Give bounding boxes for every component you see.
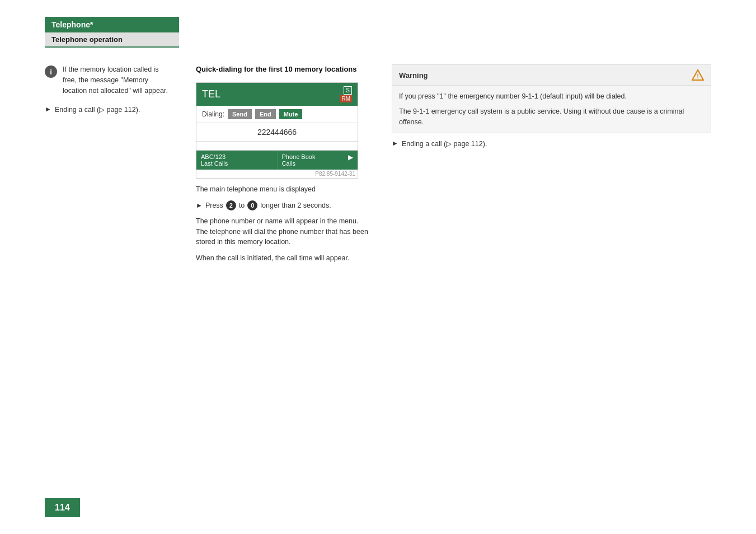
phone-spacer <box>196 142 358 151</box>
phone-header: TEL S RM <box>196 83 358 106</box>
warning-text-1: If you press "1" the emergency number 9-… <box>399 91 704 102</box>
right-bullet-item: ► Ending a call (▷ page 112). <box>392 139 711 149</box>
page-subtitle: Telephone operation <box>51 35 123 44</box>
footer-abc123: ABC/123 <box>201 153 273 160</box>
warning-title: Warning <box>399 71 428 79</box>
left-bullet-text: Ending a call (▷ page 112). <box>55 105 140 115</box>
right-bullet-pageref: ▷ page 112). <box>446 140 487 148</box>
phone-indicators: S RM <box>340 86 352 102</box>
right-bullet-arrow-icon: ► <box>392 139 398 147</box>
phone-footer-left: ABC/123 Last Calls <box>196 151 278 170</box>
svg-text:!: ! <box>697 73 699 79</box>
phone-footer: ABC/123 Last Calls Phone Book Calls ▶ <box>196 151 358 170</box>
bullet-arrow-icon: ► <box>45 105 51 113</box>
info-box: i If the memory location called is free,… <box>45 64 173 96</box>
indent-text-2: When the call is initiated, the call tim… <box>196 253 369 264</box>
header-section: Telephone* Telephone operation <box>0 0 756 48</box>
phone-ui: TEL S RM Dialing: Send End Mute 22244466… <box>196 82 358 179</box>
title-bar: Telephone* <box>45 17 179 32</box>
warning-text-2: The 9-1-1 emergency call system is a pub… <box>399 106 704 128</box>
mute-button[interactable]: Mute <box>279 109 303 119</box>
footer-arrow-icon: ▶ <box>348 153 353 161</box>
main-menu-text: The main telephone menu is displayed <box>196 184 369 195</box>
warning-header: Warning ! <box>392 65 711 86</box>
warning-triangle-icon: ! <box>692 69 704 81</box>
press-prefix: Press <box>205 202 223 209</box>
left-bullet-prefix: Ending a call ( <box>55 106 99 114</box>
middle-column: Quick-dialing for the first 10 memory lo… <box>196 64 369 264</box>
press-to: to <box>239 202 245 209</box>
phone-number-display: 222444666 <box>196 123 358 142</box>
section-title: Quick-dialing for the first 10 memory lo… <box>196 64 369 74</box>
page-container: Telephone* Telephone operation i If the … <box>0 0 756 534</box>
dialing-label: Dialing: <box>202 110 224 118</box>
indicator-rm: RM <box>340 95 352 102</box>
page-number: 114 <box>45 498 80 517</box>
page-title: Telephone* <box>51 20 93 29</box>
content-area: i If the memory location called is free,… <box>0 48 756 264</box>
page-number-box: 114 <box>45 498 80 517</box>
info-icon: i <box>45 65 57 78</box>
num-badge-2: 2 <box>226 200 236 210</box>
footer-phone-book: Phone Book <box>282 153 316 160</box>
footer-calls: Calls <box>282 160 316 167</box>
warning-body: If you press "1" the emergency number 9-… <box>392 86 711 133</box>
end-button[interactable]: End <box>255 109 276 119</box>
right-bullet-prefix: Ending a call ( <box>402 140 446 148</box>
warning-box: Warning ! If you press "1" the emergency… <box>392 64 711 133</box>
left-bullet-pageref: ▷ page 112). <box>99 106 140 114</box>
press-suffix: longer than 2 seconds. <box>260 202 331 209</box>
indicator-s: S <box>344 86 352 95</box>
indent-text-1: The phone number or name will appear in … <box>196 216 369 247</box>
subtitle-bar: Telephone operation <box>45 32 179 48</box>
phone-footer-right: Phone Book Calls ▶ <box>278 151 358 170</box>
press-bullet-arrow: ► <box>196 202 203 209</box>
info-text: If the memory location called is free, t… <box>63 64 173 96</box>
right-column: Warning ! If you press "1" the emergency… <box>392 64 711 264</box>
left-column: i If the memory location called is free,… <box>45 64 173 264</box>
press-instruction: ► Press 2 to 0 longer than 2 seconds. <box>196 200 369 210</box>
footer-last-calls: Last Calls <box>201 160 273 167</box>
phone-dialing-row: Dialing: Send End Mute <box>196 106 358 123</box>
left-bullet-item: ► Ending a call (▷ page 112). <box>45 105 173 115</box>
right-bullet-text: Ending a call (▷ page 112). <box>402 139 487 149</box>
phone-ref-code: P82.85-9142-31 <box>196 170 358 178</box>
send-button[interactable]: Send <box>228 109 252 119</box>
phone-tel-label: TEL <box>202 88 220 100</box>
num-badge-0: 0 <box>247 200 257 210</box>
